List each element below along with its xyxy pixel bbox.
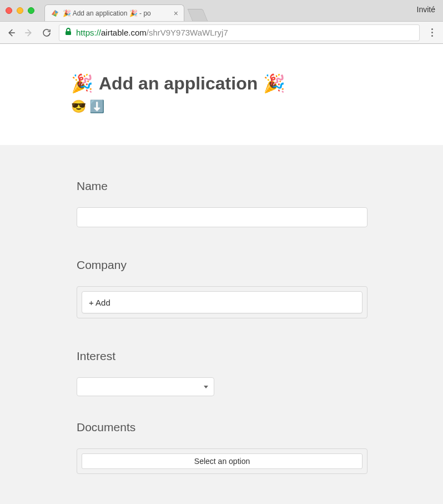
add-company-label: + Add: [89, 298, 110, 307]
lock-icon: [65, 28, 72, 37]
chevron-down-icon: [204, 386, 208, 388]
title-text: Add an application: [99, 73, 258, 94]
forward-button[interactable]: [23, 27, 34, 38]
tab-title: 🎉 Add an application 🎉 - po: [63, 9, 170, 17]
company-linked-records: + Add: [77, 286, 368, 318]
browser-menu-button[interactable]: [426, 28, 437, 37]
tab-close-icon[interactable]: ×: [174, 9, 178, 18]
reload-icon: [42, 28, 52, 38]
new-tab-button[interactable]: [188, 9, 208, 21]
title-emoji-prefix: 🎉: [71, 73, 93, 94]
back-button[interactable]: [6, 27, 17, 38]
url-host: airtable.com: [101, 28, 147, 37]
field-label-interest: Interest: [77, 350, 372, 363]
maximize-window-button[interactable]: [28, 7, 34, 14]
documents-select[interactable]: Select an option: [82, 453, 363, 469]
title-emoji-suffix: 🎉: [263, 73, 285, 94]
browser-chrome: 🎉 Add an application 🎉 - po × Invité: [0, 0, 443, 44]
field-documents: Documents Select an option: [77, 421, 372, 474]
form-area: Name Company + Add Interest Documents Se…: [0, 145, 443, 504]
browser-tab[interactable]: 🎉 Add an application 🎉 - po ×: [44, 4, 184, 21]
minimize-window-button[interactable]: [17, 7, 23, 14]
documents-container: Select an option: [77, 448, 368, 474]
interest-select[interactable]: [77, 377, 214, 396]
address-bar[interactable]: https://airtable.com/shrV9Y973WaWLryj7: [59, 24, 420, 41]
close-window-button[interactable]: [6, 7, 12, 14]
dots-icon: [431, 28, 433, 30]
arrow-left-icon: [6, 28, 16, 38]
field-name: Name: [77, 179, 372, 227]
title-bar: 🎉 Add an application 🎉 - po × Invité: [0, 0, 443, 21]
url-path: /shrV9Y973WaWLryj7: [147, 28, 228, 37]
field-label-company: Company: [77, 258, 372, 272]
tab-favicon-icon: [51, 9, 59, 18]
url-text: https://airtable.com/shrV9Y973WaWLryj7: [76, 28, 414, 37]
field-company: Company + Add: [77, 258, 372, 318]
documents-placeholder: Select an option: [194, 457, 250, 466]
page-subtitle: 😎 ⬇️: [71, 99, 393, 114]
page-title: 🎉 Add an application 🎉: [71, 73, 393, 94]
arrow-right-icon: [24, 28, 34, 38]
field-label-name: Name: [77, 179, 372, 193]
browser-toolbar: https://airtable.com/shrV9Y973WaWLryj7: [0, 21, 443, 43]
svg-rect-6: [66, 31, 71, 35]
page-header: 🎉 Add an application 🎉 😎 ⬇️: [0, 44, 443, 145]
profile-label[interactable]: Invité: [417, 5, 435, 14]
field-label-documents: Documents: [77, 421, 372, 434]
window-controls: [6, 7, 34, 14]
url-scheme: https://: [76, 28, 101, 37]
name-input[interactable]: [77, 207, 368, 227]
add-company-button[interactable]: + Add: [82, 291, 363, 313]
reload-button[interactable]: [41, 27, 52, 38]
field-interest: Interest: [77, 350, 372, 396]
